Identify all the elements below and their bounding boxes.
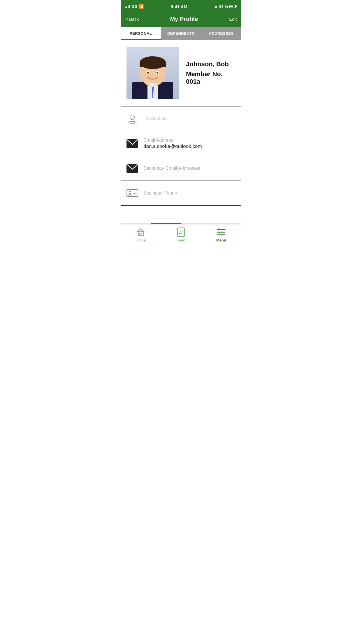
field-secondary-email-content: Seconday Email Addresses xyxy=(143,166,236,171)
envelope-gray-icon xyxy=(126,162,138,174)
field-secondary-email: Seconday Email Addresses xyxy=(121,156,241,181)
carrier-label: GS xyxy=(131,4,137,9)
field-description-content: Description xyxy=(143,116,236,121)
status-bar: GS 📶 9:41 AM ★ 58 % xyxy=(121,0,241,13)
nav-bar: < Back My Profile Edit xyxy=(121,13,241,27)
field-business-phone-content: Business Phone xyxy=(143,190,236,196)
avatar xyxy=(126,47,179,99)
nav-home-label: Home xyxy=(136,238,146,242)
field-business-phone-label: Business Phone xyxy=(143,190,236,196)
profile-section: Johnson, Bob Member No. 001a xyxy=(121,40,241,106)
nav-feed[interactable]: Feed xyxy=(161,225,201,246)
status-time: 9:41 AM xyxy=(171,4,187,9)
field-description: Description xyxy=(121,106,241,131)
wifi-icon: 📶 xyxy=(139,4,144,9)
tab-addresses[interactable]: ADDRESSES xyxy=(201,27,241,40)
svg-point-10 xyxy=(147,72,149,74)
nav-menu-label: Menu xyxy=(216,238,226,242)
field-email: Email Address dan.s.cooke@outlook.com xyxy=(121,131,241,156)
svg-point-19 xyxy=(129,191,131,194)
menu-icon xyxy=(217,228,226,237)
tabs-bar: PERSONAL DEPENDENTS ADDRESSES xyxy=(121,27,241,40)
tab-dependents[interactable]: DEPENDENTS xyxy=(161,27,201,40)
nav-menu[interactable]: Menu xyxy=(201,225,241,246)
status-left: GS 📶 xyxy=(125,4,144,9)
field-email-value: dan.s.cooke@outlook.com xyxy=(143,144,236,149)
bottom-indicator xyxy=(121,223,241,224)
feed-icon xyxy=(176,228,186,237)
field-business-phone: Business Phone xyxy=(121,181,241,205)
scroll-indicator xyxy=(151,223,181,224)
edit-button[interactable]: Edit xyxy=(229,17,237,22)
status-right: ★ 58 % xyxy=(214,4,237,9)
svg-rect-7 xyxy=(140,63,166,67)
nav-feed-label: Feed xyxy=(177,238,185,242)
field-secondary-email-label: Seconday Email Addresses xyxy=(143,166,236,171)
page-title: My Profile xyxy=(170,16,198,22)
bluetooth-icon: ★ xyxy=(214,4,218,9)
svg-point-11 xyxy=(157,72,158,74)
profile-member-no: Member No. 001a xyxy=(186,70,236,85)
back-button[interactable]: < Back xyxy=(125,17,139,22)
card-icon xyxy=(126,187,138,199)
field-email-label: Email Address xyxy=(143,138,236,143)
home-icon xyxy=(136,228,145,237)
person-icon xyxy=(126,113,138,125)
tab-personal[interactable]: PERSONAL xyxy=(121,27,161,40)
field-description-label: Description xyxy=(143,116,236,121)
envelope-icon xyxy=(126,138,138,149)
field-email-content: Email Address dan.s.cooke@outlook.com xyxy=(143,138,236,149)
profile-info: Johnson, Bob Member No. 001a xyxy=(186,60,236,85)
signal-icon xyxy=(125,5,130,8)
svg-point-14 xyxy=(130,115,135,120)
nav-home[interactable]: Home xyxy=(121,225,161,246)
spacer xyxy=(121,206,241,223)
battery-percent: 58 % xyxy=(219,4,228,9)
bottom-nav: Home Feed Menu xyxy=(121,224,241,246)
profile-name: Johnson, Bob xyxy=(186,60,236,68)
svg-rect-15 xyxy=(130,122,135,123)
battery-icon xyxy=(229,5,237,8)
